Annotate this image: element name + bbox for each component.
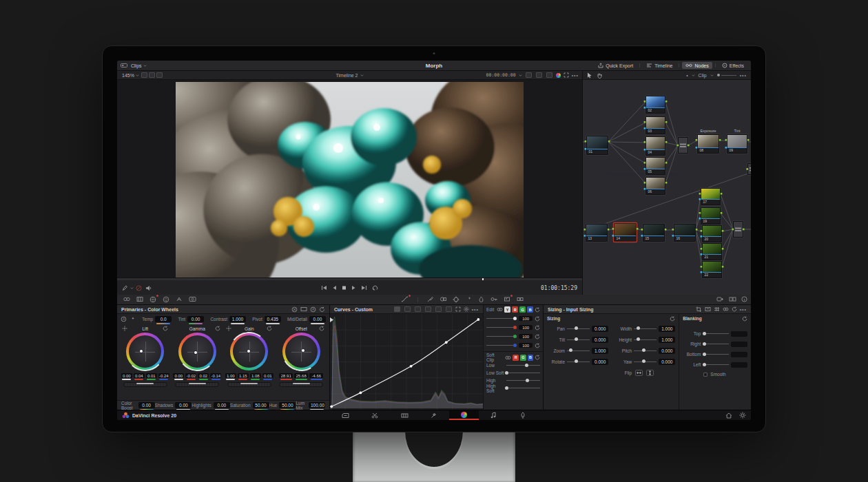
rgb-output-port[interactable] xyxy=(747,139,750,141)
reset-icon[interactable] xyxy=(535,334,540,339)
info-icon[interactable] xyxy=(741,296,747,303)
rgb-input-port[interactable] xyxy=(644,101,646,103)
smooth-checkbox[interactable] xyxy=(703,373,707,377)
rgb-output-port[interactable] xyxy=(721,193,723,195)
gain-y-value[interactable]: 1.00 xyxy=(225,373,236,378)
reset-icon[interactable] xyxy=(319,326,324,331)
node-zoom-slider[interactable] xyxy=(717,74,736,76)
node-m2[interactable] xyxy=(732,221,744,238)
contrast-value[interactable]: 1.000 xyxy=(229,316,246,322)
rgb-input-port[interactable] xyxy=(584,229,586,231)
offset-master-w heel[interactable] xyxy=(279,382,323,387)
quick-export-button[interactable]: Quick Export xyxy=(595,62,637,69)
slider-track[interactable] xyxy=(506,365,540,366)
zoom-value[interactable]: 1.000 xyxy=(592,348,608,354)
page-color[interactable] xyxy=(449,410,479,420)
reset-icon[interactable] xyxy=(535,325,540,331)
lift-picker-icon[interactable] xyxy=(122,326,127,331)
slider-track[interactable] xyxy=(703,344,729,344)
curve-point[interactable] xyxy=(410,365,413,368)
key-input-port[interactable] xyxy=(725,147,727,149)
page-media[interactable] xyxy=(331,410,360,420)
rgb-input-port[interactable] xyxy=(644,162,646,164)
gain-b-value[interactable]: 0.01 xyxy=(262,373,273,378)
reset-icon[interactable] xyxy=(535,307,540,313)
bottom-value[interactable] xyxy=(731,352,747,357)
gain-picker-icon[interactable] xyxy=(226,326,231,331)
settings-icon[interactable] xyxy=(464,306,469,312)
slider-track[interactable] xyxy=(567,328,590,329)
gamma-r-value[interactable]: -0.02 xyxy=(185,373,196,378)
key-input-port[interactable] xyxy=(701,235,703,238)
curves-menu[interactable]: ••• xyxy=(472,307,479,312)
curve-type-hue-sat-icon[interactable] xyxy=(415,306,421,312)
soft-r-button[interactable]: R xyxy=(513,355,519,361)
reset-icon[interactable] xyxy=(535,355,540,360)
go-to-end-button[interactable] xyxy=(361,285,367,291)
slider-track[interactable] xyxy=(506,373,540,373)
custom-curve[interactable] xyxy=(331,319,478,406)
viewer-menu[interactable]: ••• xyxy=(572,73,579,78)
node-menu[interactable]: ••• xyxy=(740,73,747,78)
rgb-input-port[interactable] xyxy=(696,139,698,141)
rgb-output-port[interactable] xyxy=(665,162,668,164)
node-17[interactable]: 17 xyxy=(699,188,723,206)
temp-value[interactable]: 0.0 xyxy=(155,316,172,322)
wipe-mode-button-1[interactable] xyxy=(141,72,147,78)
key-input-port[interactable] xyxy=(585,148,587,150)
rgb-output-port[interactable] xyxy=(696,229,698,231)
go-to-start-button[interactable] xyxy=(321,285,327,291)
expand-icon[interactable] xyxy=(455,306,461,312)
sizing-menu[interactable]: ••• xyxy=(740,307,747,312)
rotate-value[interactable]: 0.000 xyxy=(592,359,608,365)
magic-mask-palette-icon[interactable] xyxy=(466,296,472,303)
key-input-port[interactable] xyxy=(641,235,643,237)
curve-type-hue-lum-icon[interactable] xyxy=(425,306,431,312)
gain-master-wheel[interactable] xyxy=(227,382,271,387)
slider-track[interactable] xyxy=(703,364,729,365)
rgb-input-port[interactable] xyxy=(701,266,703,268)
lift-color-wheel[interactable] xyxy=(126,333,164,370)
gang-link-icon[interactable] xyxy=(505,355,511,360)
rgb-output-port[interactable] xyxy=(722,230,724,232)
rgb-output-port[interactable] xyxy=(665,141,668,143)
crop-icon[interactable] xyxy=(696,306,702,312)
gain-color-wheel[interactable] xyxy=(230,333,268,370)
wipe-mode-button-3[interactable] xyxy=(156,72,163,78)
slider-track[interactable] xyxy=(567,362,590,362)
key-input-port[interactable] xyxy=(644,149,646,151)
gain-g-value[interactable]: 1.08 xyxy=(250,373,261,378)
offset-b-value[interactable]: -4.66 xyxy=(309,373,323,378)
curves-palette-icon[interactable] xyxy=(401,296,409,303)
gain-r-value[interactable]: 1.15 xyxy=(238,373,249,378)
rgb-output-port[interactable] xyxy=(665,121,668,123)
node-20[interactable]: 20 xyxy=(701,225,724,243)
channel-g-button[interactable]: G xyxy=(519,306,526,313)
key-input-port[interactable] xyxy=(612,235,614,237)
step-forward-button[interactable] xyxy=(351,285,356,291)
key-input-port[interactable] xyxy=(644,168,646,170)
slider-track[interactable] xyxy=(486,336,517,337)
picker-wand-icon[interactable] xyxy=(130,316,136,322)
slider-track[interactable] xyxy=(567,339,590,340)
sizing-palette-icon[interactable] xyxy=(504,296,510,303)
mid-detail-value[interactable]: 0.00 xyxy=(309,316,326,322)
node-19[interactable]: 19 xyxy=(699,207,723,225)
left-value[interactable] xyxy=(731,362,747,368)
hue-value[interactable]: 50.00 xyxy=(279,402,296,408)
fit-icon[interactable] xyxy=(705,306,711,312)
stop-button[interactable] xyxy=(342,285,347,291)
curve-type-custom-icon[interactable] xyxy=(394,306,400,312)
page-edit[interactable] xyxy=(390,410,420,420)
top-value[interactable] xyxy=(731,331,747,337)
slider-track[interactable] xyxy=(703,354,729,355)
highlight-dropdown[interactable] xyxy=(546,72,552,78)
lift-y-value[interactable]: 0.00 xyxy=(121,373,132,378)
channel-r-button[interactable]: R xyxy=(512,306,518,313)
node-13[interactable]: 13 xyxy=(584,224,610,242)
timeline-selector[interactable]: Timeline 2 xyxy=(335,73,358,78)
rgb-input-port[interactable] xyxy=(725,139,727,141)
lift-balance-dot[interactable] xyxy=(140,350,143,353)
node-o1[interactable] xyxy=(746,163,751,176)
node-03[interactable]: 03 xyxy=(644,116,668,135)
